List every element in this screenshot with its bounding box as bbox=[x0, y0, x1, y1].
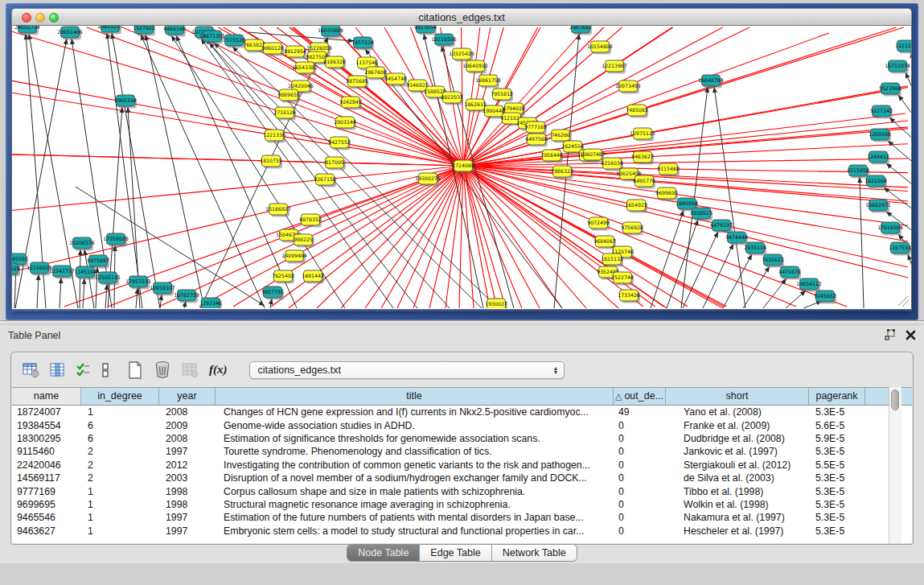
graph-node[interactable]: 8471676 bbox=[778, 266, 801, 280]
graph-node[interactable]: 9245652 bbox=[814, 290, 836, 304]
graph-node[interactable]: 2056446 bbox=[540, 150, 563, 163]
graph-node[interactable]: 1111264 bbox=[895, 40, 911, 54]
column-header-name[interactable]: name bbox=[12, 388, 81, 405]
graph-node[interactable]: 9889655 bbox=[277, 89, 300, 103]
graph-node[interactable]: 1292346 bbox=[199, 298, 222, 308]
graph-node[interactable]: 12342737 bbox=[49, 266, 75, 279]
network-canvas[interactable]: 7663822986012889129541522605898275081654… bbox=[11, 26, 912, 310]
graph-node[interactable]: 8822037 bbox=[441, 92, 463, 105]
table-row[interactable]: 1872400712008Changes of HCN gene express… bbox=[12, 406, 912, 418]
graph-node[interactable]: 2718126 bbox=[273, 107, 296, 121]
graph-node[interactable]: 2935114 bbox=[744, 242, 766, 256]
table-row[interactable]: 969969511998Structural magnetic resonanc… bbox=[12, 498, 912, 511]
graph-node[interactable]: 8454749 bbox=[384, 73, 407, 87]
create-column-icon[interactable] bbox=[127, 361, 143, 379]
graph-node[interactable]: 1527602 bbox=[133, 26, 155, 36]
graph-node[interactable]: 12156829 bbox=[27, 262, 52, 276]
graph-node[interactable]: 7986322 bbox=[551, 166, 573, 179]
network-window[interactable]: citations_edges.txt 76638229860128891295… bbox=[11, 8, 912, 311]
graph-node[interactable]: 9227342 bbox=[870, 105, 893, 119]
graph-node[interactable]: 1810755 bbox=[260, 155, 282, 169]
graph-node[interactable]: 9427552 bbox=[328, 137, 351, 150]
table-row[interactable]: 946362711997Embryonic stem cells: a mode… bbox=[12, 525, 912, 538]
network-window-titlebar[interactable]: citations_edges.txt bbox=[11, 8, 912, 26]
graph-node[interactable]: 17016504 bbox=[877, 222, 903, 236]
graph-node[interactable]: 9699695 bbox=[655, 187, 678, 201]
graph-node[interactable]: 13325419 bbox=[449, 48, 474, 62]
table-row[interactable]: 1456911722003Disruption of a novel membe… bbox=[12, 472, 912, 484]
graph-node[interactable]: 14099484 bbox=[281, 250, 307, 264]
show-columns-icon[interactable] bbox=[50, 362, 65, 378]
tab-node-table[interactable]: Node Table bbox=[347, 545, 420, 561]
graph-node[interactable]: 8466160 bbox=[163, 26, 186, 37]
graph-node[interactable]: 15692971 bbox=[865, 200, 891, 213]
graph-node[interactable]: 9463627 bbox=[631, 151, 654, 165]
graph-node[interactable]: 18640910 bbox=[462, 60, 488, 74]
graph-node[interactable]: 1733426 bbox=[618, 290, 640, 303]
column-header-year[interactable]: year bbox=[159, 388, 216, 405]
graph-node[interactable]: 9756928 bbox=[621, 222, 643, 236]
graph-node[interactable]: 1621064 bbox=[864, 175, 887, 189]
graph-node[interactable]: 2905334 bbox=[114, 95, 137, 109]
graph-node[interactable]: 8912954 bbox=[284, 46, 306, 60]
graph-node[interactable]: 6479197 bbox=[710, 220, 733, 233]
graph-node[interactable]: 8938923 bbox=[690, 208, 713, 221]
graph-node[interactable]: 9857791 bbox=[261, 286, 284, 300]
float-panel-icon[interactable] bbox=[885, 329, 896, 340]
table-mode-icon[interactable] bbox=[23, 362, 39, 378]
graph-node[interactable]: 15166827 bbox=[265, 204, 291, 217]
graph-node[interactable]: 15751074 bbox=[885, 60, 910, 74]
graph-node[interactable]: 1167533 bbox=[889, 242, 911, 256]
graph-node[interactable]: 7955812 bbox=[491, 89, 513, 102]
graph-node[interactable]: 19300275 bbox=[415, 173, 441, 187]
graph-node[interactable]: 9115460 bbox=[657, 163, 680, 177]
table-row[interactable]: 977716911998Corpus callosum shape and si… bbox=[12, 484, 912, 497]
delete-column-icon[interactable] bbox=[154, 360, 171, 379]
graph-node[interactable]: 1244411 bbox=[867, 151, 889, 165]
row-format-icon[interactable] bbox=[101, 362, 110, 378]
graph-node[interactable]: 10973493 bbox=[615, 80, 641, 94]
table-row[interactable]: 1830029562008Estimation of significance … bbox=[12, 432, 912, 445]
graph-node[interactable]: 8186328 bbox=[323, 56, 346, 70]
graph-node[interactable]: 7485063 bbox=[626, 105, 648, 118]
graph-node[interactable]: 7857224 bbox=[351, 37, 374, 51]
graph-node[interactable]: 16782759 bbox=[174, 290, 199, 303]
tab-edge-table[interactable]: Edge Table bbox=[420, 545, 491, 561]
table-row[interactable]: 911546021997Tourette syndrome. Phenomeno… bbox=[12, 445, 912, 458]
graph-node[interactable]: 1615132 bbox=[601, 253, 623, 267]
graph-node[interactable]: 817005 bbox=[325, 157, 346, 171]
graph-node[interactable]: 1691442 bbox=[302, 270, 324, 284]
graph-node[interactable]: 10958107 bbox=[150, 282, 175, 296]
close-panel-icon[interactable] bbox=[906, 330, 916, 340]
graph-node[interactable]: 7515526 bbox=[223, 35, 245, 48]
graph-node[interactable]: 16648784 bbox=[698, 75, 724, 89]
graph-node[interactable]: 17957233 bbox=[125, 276, 151, 290]
graph-node[interactable]: 20206576 bbox=[69, 237, 95, 251]
scrollbar-thumb[interactable] bbox=[891, 389, 899, 410]
graph-node[interactable]: 9975887 bbox=[87, 255, 109, 269]
graph-node[interactable]: 7632621 bbox=[762, 254, 784, 268]
graph-node[interactable]: 2803144 bbox=[334, 117, 356, 130]
graph-node[interactable]: 1654923 bbox=[625, 200, 647, 213]
graph-node[interactable]: 8813054 bbox=[414, 26, 437, 35]
graph-node[interactable]: 2887682 bbox=[569, 26, 592, 35]
graph-node[interactable]: 1221338 bbox=[263, 130, 285, 143]
graph-node[interactable]: 9523966 bbox=[879, 83, 901, 97]
column-header-out_degree[interactable]: △out_de... bbox=[614, 388, 666, 405]
graph-node[interactable]: 998225 bbox=[294, 234, 314, 248]
graph-node[interactable]: 1930027 bbox=[485, 299, 507, 308]
graph-node[interactable]: 20691406 bbox=[57, 27, 83, 40]
table-vertical-scrollbar[interactable] bbox=[889, 387, 901, 543]
graph-node[interactable]: 10154808 bbox=[587, 41, 613, 55]
graph-node[interactable]: 9777169 bbox=[524, 122, 547, 135]
graph-node[interactable]: 16033809 bbox=[318, 26, 343, 39]
graph-node[interactable]: 12975115 bbox=[630, 128, 655, 142]
graph-node[interactable]: 1209588 bbox=[869, 129, 891, 142]
column-header-title[interactable]: title bbox=[216, 388, 614, 405]
graph-node[interactable]: 2522744 bbox=[611, 272, 634, 286]
graph-node[interactable]: 9860128 bbox=[261, 43, 284, 56]
tab-network-table[interactable]: Network Table bbox=[492, 545, 577, 561]
graph-node[interactable]: 1145194 bbox=[74, 266, 97, 280]
column-header-in_degree[interactable]: in_degree bbox=[81, 388, 159, 405]
graph-node[interactable]: 6495776 bbox=[633, 175, 655, 189]
